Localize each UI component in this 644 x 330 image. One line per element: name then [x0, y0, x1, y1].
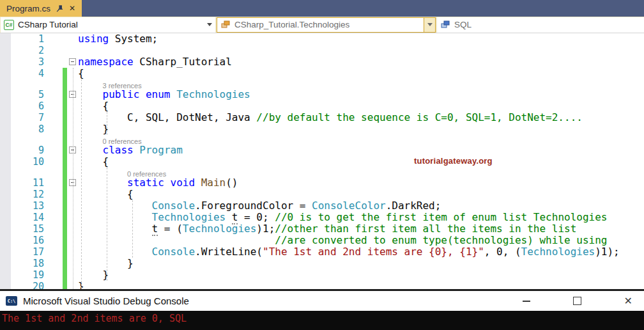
breakpoint-gutter[interactable]: [0, 189, 11, 200]
line-number: 14: [11, 212, 47, 223]
breakpoint-gutter[interactable]: [0, 56, 11, 68]
type-dropdown[interactable]: CSharp_Tutorial.Technologies: [217, 17, 436, 33]
line-number: [11, 168, 47, 177]
code-row[interactable]: 4{: [0, 68, 644, 79]
breakpoint-gutter[interactable]: [0, 79, 11, 89]
breakpoint-gutter[interactable]: [0, 258, 11, 269]
code-row[interactable]: 16 //are converted to enum type(technolo…: [0, 235, 644, 246]
code-line: C, SQL, DotNet, Java //by default the se…: [78, 112, 644, 123]
change-tracking-bar: [63, 79, 67, 89]
code-row[interactable]: 8 }: [0, 123, 644, 135]
code-row[interactable]: 12 {: [0, 189, 644, 200]
change-tracking-bar: [63, 56, 67, 68]
breakpoint-gutter[interactable]: [0, 45, 11, 56]
tab-program-cs[interactable]: Program.cs ✕: [0, 0, 82, 17]
code-line: Console.ForegroundColor = ConsoleColor.D…: [78, 200, 644, 212]
breakpoint-gutter[interactable]: [0, 281, 11, 289]
console-output-area[interactable]: The 1st and 2nd items are 0, SQL: [0, 311, 644, 330]
indent-guide: [132, 200, 133, 258]
outline-margin: [67, 33, 78, 45]
codelens-row[interactable]: 0 references: [0, 135, 644, 145]
member-dropdown[interactable]: SQL: [437, 17, 644, 33]
fold-collapse-icon[interactable]: [69, 58, 76, 65]
code-editor[interactable]: 1using System;23namespace CSharp_Tutoria…: [0, 33, 644, 289]
breakpoint-gutter[interactable]: [0, 200, 11, 212]
code-row[interactable]: 5 public enum Technologies: [0, 89, 644, 100]
csharp-project-icon: C#: [4, 20, 14, 30]
code-row[interactable]: 1using System;: [0, 33, 644, 45]
code-row[interactable]: 9 class Program: [0, 145, 644, 156]
code-row[interactable]: 2: [0, 45, 644, 56]
codelens-text: 0 references: [78, 168, 644, 177]
breakpoint-gutter[interactable]: [0, 212, 11, 223]
dropdown-arrow-icon[interactable]: [204, 17, 215, 33]
change-tracking-bar: [63, 156, 67, 168]
outline-margin: [67, 45, 78, 56]
code-token: enum: [146, 88, 171, 100]
change-tracking-bar: [63, 258, 67, 269]
breakpoint-gutter[interactable]: [0, 33, 11, 45]
dropdown-arrow-icon[interactable]: [424, 18, 435, 32]
breakpoint-gutter[interactable]: [0, 223, 11, 235]
code-token: //other than first item all the items in…: [275, 223, 576, 235]
change-tracking-bar: [63, 269, 67, 281]
code-row[interactable]: 6 {: [0, 100, 644, 112]
code-row[interactable]: 19 }: [0, 269, 644, 281]
tab-bar: Program.cs ✕: [0, 0, 644, 17]
breakpoint-gutter[interactable]: [0, 135, 11, 145]
code-token: .ForegroundColor =: [195, 200, 312, 212]
breakpoint-gutter[interactable]: [0, 145, 11, 156]
breakpoint-gutter[interactable]: [0, 235, 11, 246]
line-number: 19: [11, 269, 47, 281]
breakpoint-gutter[interactable]: [0, 112, 11, 123]
line-number: 6: [11, 100, 47, 112]
member-icon: [440, 20, 450, 30]
code-line: Console.WriteLine("The 1st and 2nd items…: [78, 246, 644, 258]
maximize-button[interactable]: [573, 297, 581, 305]
line-number: [11, 135, 47, 145]
code-row[interactable]: 3namespace CSharp_Tutorial: [0, 56, 644, 68]
breakpoint-gutter[interactable]: [0, 246, 11, 258]
project-dropdown[interactable]: C# CSharp Tutorial: [1, 17, 215, 33]
code-token: namespace: [78, 56, 134, 68]
change-tracking-bar: [63, 89, 67, 100]
codelens-row[interactable]: 0 references: [0, 168, 644, 177]
breakpoint-gutter[interactable]: [0, 177, 11, 189]
code-token: Technologies: [152, 211, 226, 223]
code-row[interactable]: 10 {: [0, 156, 644, 168]
change-tracking-bar: [63, 200, 67, 212]
code-row[interactable]: 14 Technologies t = 0; //0 is to get the…: [0, 212, 644, 223]
code-token: C, SQL, DotNet, Java: [78, 111, 256, 123]
line-number: 15: [11, 223, 47, 235]
code-row[interactable]: 13 Console.ForegroundColor = ConsoleColo…: [0, 200, 644, 212]
pin-icon[interactable]: [56, 5, 63, 12]
close-icon[interactable]: ✕: [69, 4, 75, 12]
close-window-button[interactable]: ✕: [624, 296, 632, 306]
line-number: [11, 79, 47, 89]
line-number: 10: [11, 156, 47, 168]
breakpoint-gutter[interactable]: [0, 156, 11, 168]
code-token: [78, 223, 152, 235]
breakpoint-gutter[interactable]: [0, 68, 11, 79]
tab-label: Program.cs: [6, 4, 50, 13]
breakpoint-gutter[interactable]: [0, 168, 11, 177]
code-row[interactable]: 18 }: [0, 258, 644, 269]
code-line: }: [78, 123, 644, 135]
breakpoint-gutter[interactable]: [0, 269, 11, 281]
console-title-bar[interactable]: C:\ Microsoft Visual Studio Debug Consol…: [0, 291, 644, 311]
code-token: //by default the sequence is C=0, SQL=1,…: [256, 111, 583, 123]
minimize-button[interactable]: [523, 301, 530, 302]
codelens-row[interactable]: 3 references: [0, 79, 644, 89]
breakpoint-gutter[interactable]: [0, 123, 11, 135]
code-row[interactable]: 7 C, SQL, DotNet, Java //by default the …: [0, 112, 644, 123]
code-row[interactable]: 11 static void Main(): [0, 177, 644, 189]
breakpoint-gutter[interactable]: [0, 100, 11, 112]
code-row[interactable]: 20}: [0, 281, 644, 289]
code-token: [164, 177, 171, 189]
type-dropdown-value: CSharp_Tutorial.Technologies: [234, 20, 424, 29]
code-row[interactable]: 17 Console.WriteLine("The 1st and 2nd it…: [0, 246, 644, 258]
code-row[interactable]: 15 t = (Technologies)1;//other than firs…: [0, 223, 644, 235]
code-token: }: [78, 257, 134, 269]
breakpoint-gutter[interactable]: [0, 89, 11, 100]
change-tracking-bar: [63, 100, 67, 112]
